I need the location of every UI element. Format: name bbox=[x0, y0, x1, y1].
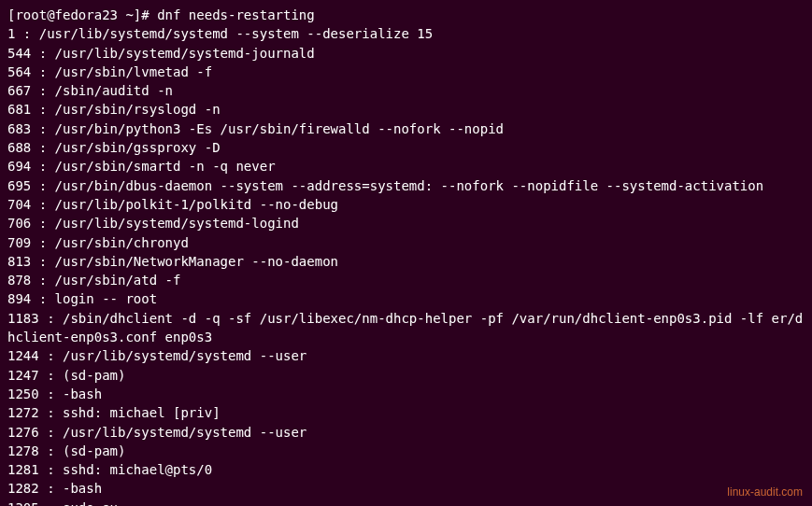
output-line: 709 : /usr/sbin/chronyd bbox=[7, 233, 805, 252]
terminal-output[interactable]: 1 : /usr/lib/systemd/systemd --system --… bbox=[7, 24, 805, 506]
output-line: 704 : /usr/lib/polkit-1/polkitd --no-deb… bbox=[7, 195, 805, 214]
watermark-text: linux-audit.com bbox=[727, 485, 803, 500]
prompt-user-host: [root@fedora23 ~]# bbox=[7, 7, 150, 22]
output-line: 1282 : -bash bbox=[7, 479, 805, 498]
output-line: 813 : /usr/sbin/NetworkManager --no-daem… bbox=[7, 252, 805, 271]
prompt-line[interactable]: [root@fedora23 ~]# dnf needs-restarting bbox=[7, 6, 805, 24]
output-line: 667 : /sbin/auditd -n bbox=[7, 81, 805, 100]
output-line: 1305 : sudo su - bbox=[7, 499, 805, 506]
output-line: 1183 : /sbin/dhclient -d -q -sf /usr/lib… bbox=[7, 309, 805, 347]
output-line: 695 : /usr/bin/dbus-daemon --system --ad… bbox=[7, 176, 805, 195]
output-line: 688 : /usr/sbin/gssproxy -D bbox=[7, 138, 805, 157]
output-line: 706 : /usr/lib/systemd/systemd-logind bbox=[7, 214, 805, 232]
output-line: 1278 : (sd-pam) bbox=[7, 442, 805, 460]
output-line: 1272 : sshd: michael [priv] bbox=[7, 403, 805, 422]
output-line: 1250 : -bash bbox=[7, 385, 805, 403]
command-text: dnf needs-restarting bbox=[157, 7, 315, 22]
output-line: 894 : login -- root bbox=[7, 289, 805, 308]
output-line: 1247 : (sd-pam) bbox=[7, 366, 805, 385]
output-line: 694 : /usr/sbin/smartd -n -q never bbox=[7, 157, 805, 176]
output-line: 683 : /usr/bin/python3 -Es /usr/sbin/fir… bbox=[7, 119, 805, 138]
output-line: 564 : /usr/sbin/lvmetad -f bbox=[7, 63, 805, 81]
output-line: 544 : /usr/lib/systemd/systemd-journald bbox=[7, 44, 805, 63]
output-line: 1 : /usr/lib/systemd/systemd --system --… bbox=[7, 24, 805, 43]
output-line: 878 : /usr/sbin/atd -f bbox=[7, 271, 805, 289]
output-line: 681 : /usr/sbin/rsyslogd -n bbox=[7, 100, 805, 119]
output-line: 1276 : /usr/lib/systemd/systemd --user bbox=[7, 423, 805, 442]
output-line: 1244 : /usr/lib/systemd/systemd --user bbox=[7, 346, 805, 365]
output-line: 1281 : sshd: michael@pts/0 bbox=[7, 460, 805, 479]
